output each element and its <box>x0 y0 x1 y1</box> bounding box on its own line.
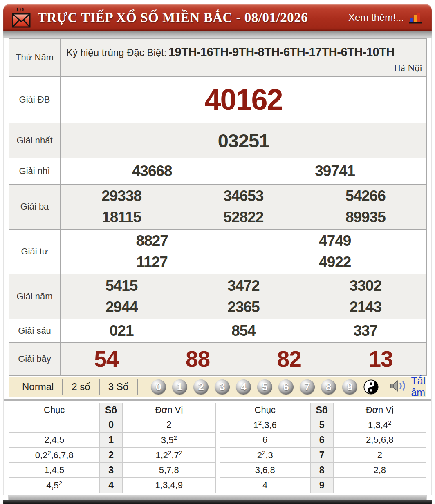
tens-cell: 2,4,5 <box>9 433 100 448</box>
units-cell: 5,7,8 <box>123 463 216 478</box>
sign-prefix: Ký hiệu trúng Đặc Biệt: <box>66 47 166 58</box>
units-cell: 2 <box>333 448 426 463</box>
day-label: Thứ Năm <box>9 39 60 76</box>
units-cell: 2 <box>123 417 216 433</box>
summary-row: 49 <box>220 478 426 493</box>
see-more-link[interactable]: Xem thêm!... <box>348 12 404 23</box>
digit-cell: 2 <box>100 448 123 463</box>
digit-cell: 5 <box>310 417 333 433</box>
tens-cell: 6 <box>220 433 310 448</box>
tens-cell: 1,4,5 <box>9 463 100 478</box>
prize-number: 3472 <box>182 277 304 294</box>
tens-cell: 12,3,6 <box>220 417 310 433</box>
number-ball-7[interactable]: 7 <box>300 379 315 395</box>
header-divider-strip <box>3 31 432 38</box>
summary-row: 0,22,6,7,821,22,72 <box>9 448 216 463</box>
footer-gray-strip <box>8 495 427 500</box>
prize-number: 52822 <box>182 209 304 226</box>
units-cell: 2,5,6,8 <box>333 433 426 448</box>
summary-header: Chục <box>220 403 310 417</box>
prize-label: Giải bảy <box>9 343 60 375</box>
number-ball-6[interactable]: 6 <box>278 379 294 395</box>
result-row-db: Giải ĐB40162 <box>9 76 427 123</box>
result-row-nhat: Giải nhất03251 <box>9 123 427 158</box>
lottery-page: TRỰC TIẾP XỔ SỐ MIỀN BẮC - 08/01/2026 Xe… <box>0 0 435 504</box>
tens-cell: 0,22,6,7,8 <box>9 448 100 463</box>
summary-row: 02 <box>9 417 216 433</box>
results-table: Thứ Năm Ký hiệu trúng Đặc Biệt: 19TH-16T… <box>9 38 427 376</box>
prize-number: 34653 <box>182 187 304 205</box>
summary-section: ChụcSốĐơn Vị022,4,513,520,22,6,7,821,22,… <box>9 403 426 495</box>
prize-label: Giải ĐB <box>9 76 60 123</box>
summary-header: Đơn Vị <box>333 403 426 417</box>
mute-label: Tắt âm <box>411 375 426 399</box>
bar-chart-icon <box>408 11 424 24</box>
prize-number: 854 <box>182 322 304 339</box>
summary-header: Số <box>100 403 123 417</box>
summary-header: Số <box>310 403 333 417</box>
mode-button-3[interactable]: 3 Số <box>100 381 137 392</box>
special-sign-text: Ký hiệu trúng Đặc Biệt: 19TH-16TH-9TH-8T… <box>66 42 418 62</box>
header-bar: TRỰC TIẾP XỔ SỐ MIỀN BẮC - 08/01/2026 Xe… <box>3 4 432 31</box>
units-cell: 1,3,42 <box>333 417 426 433</box>
tens-cell: 4 <box>220 478 310 493</box>
summary-header: Chục <box>9 403 100 417</box>
prize-number: 43668 <box>61 163 244 180</box>
yin-yang-icon[interactable] <box>363 379 379 395</box>
digit-cell: 3 <box>100 463 123 478</box>
summary-row: 2,4,513,52 <box>9 433 216 448</box>
tens-cell: 3,6,8 <box>220 463 310 478</box>
prize-label: Giải sáu <box>9 319 60 343</box>
number-ball-9[interactable]: 9 <box>342 379 357 395</box>
prize-number: 3302 <box>305 277 426 294</box>
prize-number: 1127 <box>61 254 244 271</box>
summary-table-1: ChụcSốĐơn Vị022,4,513,520,22,6,7,821,22,… <box>9 403 216 493</box>
mute-button[interactable]: Tắt âm <box>390 375 426 399</box>
prize-label: Giải nhì <box>9 158 60 184</box>
prize-number: 2365 <box>182 299 304 316</box>
result-row-sau: Giải sáu021854337 <box>9 319 427 343</box>
sign-code: 19TH-16TH-9TH-8TH-6TH-17TH-6TH-10TH <box>168 45 395 58</box>
number-ball-8[interactable]: 8 <box>321 379 336 395</box>
prize-number: 337 <box>305 322 426 339</box>
prize-number: 5415 <box>61 277 182 294</box>
footer-bar <box>3 500 432 504</box>
mode-button-2[interactable]: 2 số <box>63 381 99 392</box>
number-balls: 0123456789 <box>151 379 379 395</box>
number-ball-5[interactable]: 5 <box>257 379 272 395</box>
number-ball-1[interactable]: 1 <box>172 379 187 395</box>
control-bar: Normal2 số3 Số 0123456789 <box>9 377 426 397</box>
prize-number: 03251 <box>61 129 426 152</box>
prize-number: 40162 <box>61 83 426 116</box>
tens-cell: 4,52 <box>9 478 100 493</box>
digit-cell: 1 <box>100 433 123 448</box>
prize-number: 2143 <box>305 299 426 316</box>
number-ball-2[interactable]: 2 <box>193 379 209 395</box>
units-cell: 1,3,4,9 <box>123 478 216 493</box>
units-cell: 2,8 <box>333 463 426 478</box>
summary-header: Đơn Vị <box>123 403 216 417</box>
digit-cell: 4 <box>100 478 123 493</box>
prize-number: 54 <box>61 346 152 372</box>
units-cell: 3,52 <box>123 433 216 448</box>
digit-cell: 7 <box>310 448 333 463</box>
hot-mail-icon <box>11 7 31 29</box>
summary-row: 3,6,882,8 <box>220 463 426 478</box>
prize-number: 2944 <box>61 299 182 316</box>
summary-row: 4,5241,3,4,9 <box>9 478 216 493</box>
summary-row: 1,4,535,7,8 <box>9 463 216 478</box>
prize-label: Giải năm <box>9 274 60 319</box>
number-ball-3[interactable]: 3 <box>215 379 230 395</box>
prize-label: Giải tư <box>9 229 60 274</box>
province-label: Hà Nội <box>394 62 422 74</box>
tens-cell: 22,3 <box>220 448 310 463</box>
mode-button-1[interactable]: Normal <box>13 381 62 392</box>
prize-number: 4749 <box>244 232 427 250</box>
number-ball-4[interactable]: 4 <box>236 379 251 395</box>
sign-row: Thứ Năm Ký hiệu trúng Đặc Biệt: 19TH-16T… <box>9 39 427 76</box>
number-ball-0[interactable]: 0 <box>151 379 166 395</box>
units-cell <box>333 478 426 493</box>
result-row-tu: Giải tư8827474911274922 <box>9 229 427 274</box>
prize-number: 13 <box>335 346 426 372</box>
digit-cell: 9 <box>310 478 333 493</box>
